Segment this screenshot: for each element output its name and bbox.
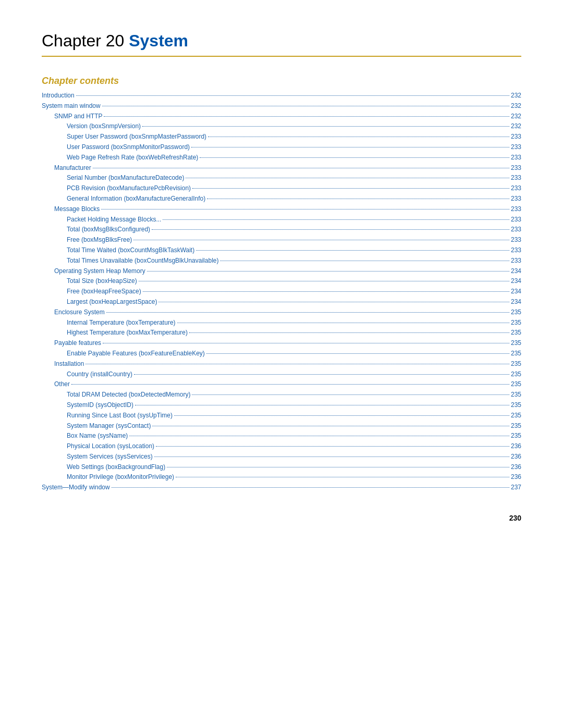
toc-item-label: Web Settings (boxBackgroundFlag) [67, 462, 165, 473]
toc-dots [207, 199, 509, 199]
toc-row: Installation235 [42, 359, 521, 369]
toc-item-label: System Manager (sysContact) [67, 421, 151, 431]
toc-item-page: 235 [511, 390, 521, 400]
toc-row: Packet Holding Message Blocks...233 [42, 215, 521, 225]
toc-item-label: Message Blocks [54, 204, 100, 215]
toc-row: General Information (boxManufactureGener… [42, 194, 521, 204]
toc-row: Web Page Refresh Rate (boxWebRefreshRate… [42, 153, 521, 163]
toc-item-page: 234 [511, 297, 521, 307]
toc-row: Introduction232 [42, 91, 521, 101]
toc-row: Total (boxMsgBlksConfigured)233 [42, 225, 521, 235]
toc-item-page: 237 [511, 483, 521, 493]
toc-item-page: 235 [511, 359, 521, 369]
toc-dots [152, 229, 509, 230]
toc-dots [85, 364, 509, 364]
chapter-prefix: Chapter 20 [42, 31, 129, 50]
toc-item-label: Internal Temperature (boxTemperature) [67, 318, 176, 328]
toc-row: Enable Payable Features (boxFeatureEnabl… [42, 349, 521, 359]
toc-dots [158, 302, 509, 302]
toc-dots [200, 157, 509, 158]
toc-dots [129, 436, 509, 436]
toc-item-label: Running Since Last Boot (sysUpTime) [67, 411, 173, 421]
toc-row: Operating System Heap Memory234 [42, 266, 521, 277]
toc-dots [177, 323, 509, 323]
toc-item-label: Serial Number (boxManufactureDatecode) [67, 173, 184, 183]
page-footer: 230 [42, 514, 521, 522]
toc-dots [106, 312, 509, 313]
toc-row: Super User Password (boxSnmpMasterPasswo… [42, 132, 521, 142]
toc-dots [139, 281, 509, 281]
toc-row: Message Blocks233 [42, 204, 521, 215]
toc-item-label: Installation [54, 359, 84, 369]
toc-row: Manufacturer233 [42, 163, 521, 174]
toc-item-page: 234 [511, 266, 521, 277]
toc-item-page: 232 [511, 101, 521, 112]
toc-dots [152, 426, 509, 426]
toc-item-page: 236 [511, 452, 521, 462]
toc-item-page: 236 [511, 441, 521, 452]
toc-dots [112, 487, 509, 488]
toc-dots [174, 415, 509, 416]
toc-item-label: Free (boxHeapFreeSpace) [67, 287, 141, 297]
toc-item-page: 232 [511, 112, 521, 122]
toc-dots [143, 291, 509, 292]
toc-row: Serial Number (boxManufactureDatecode)23… [42, 173, 521, 183]
toc-row: Total Size (boxHeapSize)234 [42, 276, 521, 287]
toc-dots [196, 250, 509, 251]
toc-row: SystemID (sysObjectID)235 [42, 400, 521, 411]
toc-item-label: PCB Revision (boxManufacturePcbRevision) [67, 183, 191, 194]
toc-item-page: 235 [511, 400, 521, 411]
toc-dots [93, 168, 509, 168]
toc-item-page: 236 [511, 462, 521, 473]
toc-item-label: Box Name (sysName) [67, 431, 128, 441]
toc-row: SNMP and HTTP232 [42, 112, 521, 122]
toc-dots [208, 137, 509, 137]
toc-row: Free (boxMsgBlksFree)233 [42, 235, 521, 245]
toc-row: System Manager (sysContact)235 [42, 421, 521, 431]
toc-dots [191, 147, 509, 147]
toc-item-page: 233 [511, 245, 521, 256]
toc-row: Internal Temperature (boxTemperature)235 [42, 318, 521, 328]
toc-row: Monitor Privilege (boxMonitorPrivilege)2… [42, 472, 521, 483]
toc-item-label: System—Modify window [42, 483, 110, 493]
toc-row: Country (installCountry)235 [42, 369, 521, 380]
toc-dots [133, 240, 509, 240]
toc-row: Free (boxHeapFreeSpace)234 [42, 287, 521, 297]
toc-dots [220, 261, 509, 261]
toc-item-page: 232 [511, 121, 521, 132]
toc-item-label: Operating System Heap Memory [54, 266, 145, 277]
toc-item-label: Total DRAM Detected (boxDetectedMemory) [67, 390, 190, 400]
toc-item-page: 232 [511, 91, 521, 101]
toc-item-page: 234 [511, 287, 521, 297]
toc-item-page: 235 [511, 338, 521, 349]
toc-row: System main window232 [42, 101, 521, 112]
toc-item-page: 235 [511, 349, 521, 359]
toc-item-page: 233 [511, 153, 521, 163]
toc-item-label: Enclosure System [54, 307, 105, 318]
toc-dots [167, 467, 509, 467]
toc-dots [163, 219, 509, 220]
toc-dots [104, 116, 509, 117]
toc-dots [206, 353, 509, 354]
toc-item-label: System Services (sysServices) [67, 452, 153, 462]
toc-item-label: Country (installCountry) [67, 369, 132, 380]
toc-item-label: Web Page Refresh Rate (boxWebRefreshRate… [67, 153, 198, 163]
toc-item-label: Physical Location (sysLocation) [67, 441, 154, 452]
toc-item-label: SNMP and HTTP [54, 112, 102, 122]
toc-item-page: 235 [511, 328, 521, 338]
chapter-title: Chapter 20 System [42, 31, 521, 57]
toc-item-page: 233 [511, 215, 521, 225]
toc-item-label: Payable features [54, 338, 101, 349]
toc-item-page: 234 [511, 276, 521, 287]
toc-dots [156, 446, 509, 447]
toc-item-label: Packet Holding Message Blocks... [67, 215, 161, 225]
toc-row: System—Modify window237 [42, 483, 521, 493]
toc-dots [142, 126, 509, 127]
toc-item-page: 233 [511, 163, 521, 174]
toc-dots [186, 178, 509, 178]
toc-item-page: 233 [511, 194, 521, 204]
toc-item-label: Highest Temperature (boxMaxTemperature) [67, 328, 188, 338]
toc-item-label: Super User Password (boxSnmpMasterPasswo… [67, 132, 206, 142]
toc-item-label: General Information (boxManufactureGener… [67, 194, 205, 204]
toc-item-label: Total (boxMsgBlksConfigured) [67, 225, 150, 235]
